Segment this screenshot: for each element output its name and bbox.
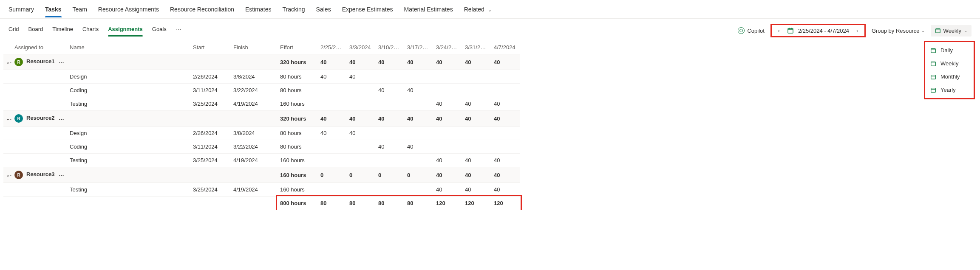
- cell-hours[interactable]: [405, 70, 433, 84]
- task-row[interactable]: Coding3/11/20243/22/202480 hours4040: [3, 84, 520, 97]
- cell-hours[interactable]: [433, 84, 462, 97]
- cell-hours[interactable]: 0: [347, 167, 376, 183]
- cell-hours[interactable]: [491, 127, 520, 140]
- tab-resource-assignments[interactable]: Resource Assignments: [98, 6, 159, 17]
- expand-cell[interactable]: ⌄: [3, 54, 12, 70]
- cell-hours[interactable]: 40: [376, 54, 405, 70]
- date-range-prev-button[interactable]: ‹: [775, 27, 783, 34]
- task-row[interactable]: Testing3/25/20244/19/2024160 hours404040: [3, 97, 520, 111]
- expand-cell[interactable]: ⌄: [3, 167, 12, 183]
- cell-hours[interactable]: [376, 154, 405, 167]
- timescale-option-yearly[interactable]: Yearly: [925, 83, 974, 96]
- cell-hours[interactable]: [433, 127, 462, 140]
- col-header-date[interactable]: 3/3/2024: [347, 41, 376, 54]
- task-row[interactable]: Coding3/11/20243/22/202480 hours4040: [3, 140, 520, 154]
- cell-hours[interactable]: 40: [491, 183, 520, 197]
- task-row[interactable]: Testing3/25/20244/19/2024160 hours404040: [3, 183, 520, 197]
- cell-hours[interactable]: 40: [491, 167, 520, 183]
- cell-hours[interactable]: 40: [347, 127, 376, 140]
- cell-hours[interactable]: 40: [318, 127, 347, 140]
- cell-hours[interactable]: 40: [462, 183, 491, 197]
- cell-hours[interactable]: [318, 84, 347, 97]
- tab-estimates[interactable]: Estimates: [245, 6, 271, 17]
- cell-hours[interactable]: 40: [462, 54, 491, 70]
- tab-tracking[interactable]: Tracking: [282, 6, 305, 17]
- cell-hours[interactable]: [347, 140, 376, 154]
- cell-hours[interactable]: 40: [433, 154, 462, 167]
- cell-hours[interactable]: 40: [376, 84, 405, 97]
- cell-hours[interactable]: 40: [462, 154, 491, 167]
- subtab-charts[interactable]: Charts: [82, 26, 99, 36]
- col-header-finish[interactable]: Finish: [231, 41, 278, 54]
- cell-hours[interactable]: [376, 127, 405, 140]
- timescale-option-monthly[interactable]: Monthly: [925, 70, 974, 83]
- cell-hours[interactable]: 40: [433, 111, 462, 127]
- tab-summary[interactable]: Summary: [8, 6, 34, 17]
- tab-tasks[interactable]: Tasks: [45, 6, 62, 17]
- cell-hours[interactable]: 0: [405, 167, 433, 183]
- cell-hours[interactable]: [433, 70, 462, 84]
- date-range-text[interactable]: 2/25/2024 - 4/7/2024: [798, 28, 849, 34]
- cell-hours[interactable]: [347, 183, 376, 197]
- tab-expense-estimates[interactable]: Expense Estimates: [342, 6, 393, 17]
- task-row[interactable]: Design2/26/20243/8/202480 hours4040: [3, 127, 520, 140]
- cell-hours[interactable]: 40: [318, 111, 347, 127]
- cell-hours[interactable]: [347, 154, 376, 167]
- cell-hours[interactable]: [318, 140, 347, 154]
- cell-hours[interactable]: 40: [376, 140, 405, 154]
- group-by-button[interactable]: Group by Resource ⌄: [872, 28, 925, 34]
- cell-hours[interactable]: [491, 84, 520, 97]
- cell-hours[interactable]: [376, 97, 405, 111]
- cell-hours[interactable]: [462, 84, 491, 97]
- cell-hours[interactable]: 40: [491, 154, 520, 167]
- subtab-assignments[interactable]: Assignments: [108, 26, 143, 36]
- cell-hours[interactable]: [462, 127, 491, 140]
- cell-hours[interactable]: [462, 140, 491, 154]
- cell-hours[interactable]: 40: [462, 167, 491, 183]
- col-header-effort[interactable]: Effort: [278, 41, 318, 54]
- cell-hours[interactable]: 40: [462, 97, 491, 111]
- cell-hours[interactable]: 40: [405, 84, 433, 97]
- timescale-option-daily[interactable]: Daily: [925, 44, 974, 57]
- col-header-date[interactable]: 3/31/2024: [462, 41, 491, 54]
- cell-hours[interactable]: [347, 84, 376, 97]
- cell-hours[interactable]: 40: [491, 54, 520, 70]
- cell-hours[interactable]: [491, 70, 520, 84]
- cell-hours[interactable]: 40: [405, 140, 433, 154]
- col-header-date[interactable]: 3/10/2024: [376, 41, 405, 54]
- more-commands-button[interactable]: ⋯: [176, 26, 181, 36]
- tab-team[interactable]: Team: [73, 6, 87, 17]
- cell-hours[interactable]: [318, 154, 347, 167]
- date-range-next-button[interactable]: ›: [853, 27, 861, 34]
- subtab-board[interactable]: Board: [28, 26, 43, 36]
- cell-hours[interactable]: [376, 183, 405, 197]
- cell-hours[interactable]: 40: [433, 97, 462, 111]
- col-header-name[interactable]: Name: [67, 41, 190, 54]
- group-row[interactable]: ⌄RResource3 (1)160 hours0000404040: [3, 167, 520, 183]
- cell-hours[interactable]: 40: [433, 183, 462, 197]
- col-header-date[interactable]: 2/25/2024: [318, 41, 347, 54]
- cell-hours[interactable]: [318, 183, 347, 197]
- cell-hours[interactable]: [405, 127, 433, 140]
- cell-hours[interactable]: 40: [347, 70, 376, 84]
- group-row[interactable]: ⌄RResource1 (3)320 hours40404040404040: [3, 54, 520, 70]
- cell-hours[interactable]: [318, 97, 347, 111]
- cell-hours[interactable]: [405, 97, 433, 111]
- cell-hours[interactable]: 40: [347, 54, 376, 70]
- cell-hours[interactable]: [376, 70, 405, 84]
- task-row[interactable]: Testing3/25/20244/19/2024160 hours404040: [3, 154, 520, 167]
- timescale-option-weekly[interactable]: Weekly: [925, 57, 974, 70]
- subtab-timeline[interactable]: Timeline: [52, 26, 73, 36]
- cell-hours[interactable]: 0: [376, 167, 405, 183]
- cell-hours[interactable]: 40: [433, 167, 462, 183]
- cell-hours[interactable]: 0: [318, 167, 347, 183]
- tab-related[interactable]: Related ⌄: [464, 6, 492, 17]
- subtab-goals[interactable]: Goals: [152, 26, 167, 36]
- tab-material-estimates[interactable]: Material Estimates: [404, 6, 453, 17]
- cell-hours[interactable]: [462, 70, 491, 84]
- copilot-button[interactable]: Copilot: [738, 27, 764, 34]
- col-header-date[interactable]: 3/17/2024: [405, 41, 433, 54]
- col-header-assigned-to[interactable]: Assigned to: [12, 41, 67, 54]
- cell-hours[interactable]: [433, 140, 462, 154]
- cell-hours[interactable]: 40: [491, 97, 520, 111]
